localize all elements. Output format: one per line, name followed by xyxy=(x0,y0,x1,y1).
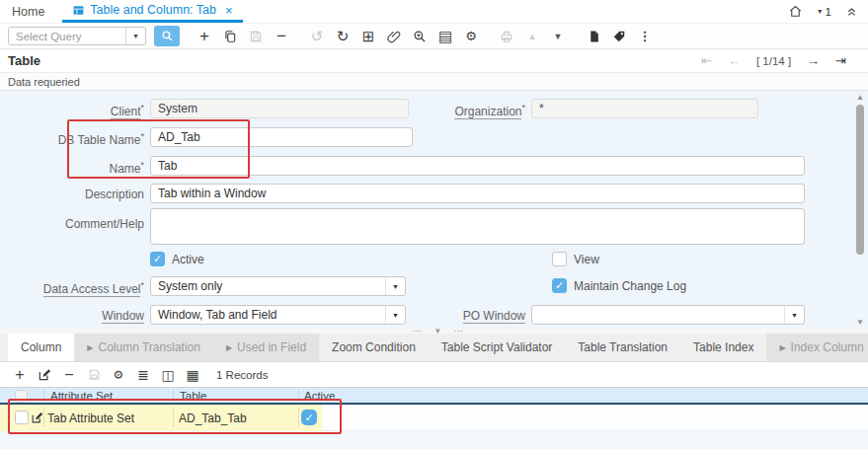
grid-toggle-icon[interactable]: ⊞ xyxy=(357,26,379,47)
tab-table-translation[interactable]: Table Translation xyxy=(565,334,680,361)
record-position: [ 1/14 ] xyxy=(756,55,791,67)
grid-panel-icon[interactable]: ◫ xyxy=(158,365,178,385)
organization-label[interactable]: Organization* xyxy=(387,103,525,118)
new-record-icon[interactable]: + xyxy=(194,26,215,47)
select-query-input[interactable] xyxy=(16,29,126,43)
table-row[interactable]: Tab Attribute Set AD_Tab_Tab ✓ xyxy=(0,405,868,431)
tab-table-index[interactable]: Table Index xyxy=(680,334,766,361)
view-checkbox[interactable]: View xyxy=(552,252,599,266)
tab-zoom-condition[interactable]: Zoom Condition xyxy=(319,334,429,361)
column-header-active[interactable]: Active xyxy=(304,388,335,403)
active-checkbox-label: Active xyxy=(172,253,204,266)
db-table-name-label: DB Table Name* xyxy=(6,131,144,147)
previous-record-icon: ← xyxy=(728,53,741,68)
checkbox-unchecked-icon xyxy=(552,252,567,266)
pencil-square-icon xyxy=(31,412,43,424)
checkbox-checked-icon: ✓ xyxy=(552,278,567,293)
tab-table-script-validator[interactable]: Table Script Validator xyxy=(429,334,566,361)
form-scrollbar[interactable]: ▲ ▼ xyxy=(854,93,866,327)
print-icon xyxy=(496,26,517,47)
maintain-change-log-checkbox[interactable]: ✓ Maintain Change Log xyxy=(552,278,686,293)
select-all-checkbox[interactable] xyxy=(15,390,28,403)
scroll-up-icon[interactable]: ▲ xyxy=(854,93,866,102)
window-label[interactable]: Window xyxy=(6,309,144,323)
tab-used-in-field[interactable]: ▶Used in Field xyxy=(213,334,319,361)
column-header-attribute-set[interactable]: Attribute Set xyxy=(50,388,113,403)
status-message: Data requeried xyxy=(8,76,80,88)
po-window-select[interactable]: ▼ xyxy=(531,305,805,325)
window-select[interactable]: Window, Tab and Field ▼ xyxy=(150,305,406,325)
grid-view-icon[interactable]: ▦ xyxy=(183,365,202,385)
column-header-table[interactable]: Table xyxy=(180,388,207,403)
name-label: Name* xyxy=(6,160,144,176)
refresh-icon[interactable]: ↻ xyxy=(332,26,354,47)
process-gear-icon[interactable]: ⚙ xyxy=(460,26,482,47)
scroll-down-icon[interactable]: ▼ xyxy=(854,318,866,327)
collapse-header-icon[interactable] xyxy=(845,5,858,18)
comment-help-field[interactable] xyxy=(150,208,805,245)
organization-field xyxy=(531,99,758,118)
active-checkbox[interactable]: ✓ Active xyxy=(150,252,204,266)
paperclip-icon xyxy=(387,30,401,43)
copy-record-icon[interactable] xyxy=(219,26,241,47)
change-log-icon[interactable]: ▤ xyxy=(434,26,456,47)
grid-new-icon[interactable]: + xyxy=(10,365,30,385)
scrollbar-thumb[interactable] xyxy=(856,105,864,255)
export-icon[interactable] xyxy=(583,26,604,47)
cell-active-checkbox[interactable]: ✓ xyxy=(301,410,317,425)
grid-process-icon[interactable]: ⚙ xyxy=(109,365,128,385)
grid-edit-icon[interactable] xyxy=(35,365,54,385)
save-icon xyxy=(249,30,263,43)
tab-index-column[interactable]: ▶Index Column xyxy=(766,334,868,361)
view-checkbox-label: View xyxy=(574,253,599,266)
column-divider xyxy=(173,408,174,427)
last-record-icon[interactable]: ⇥ xyxy=(835,53,846,68)
column-divider xyxy=(173,390,174,401)
detail-tabbar: Column ▶Column Translation ▶Used in Fiel… xyxy=(0,334,868,362)
column-divider xyxy=(43,408,44,427)
required-mark: * xyxy=(140,280,144,290)
chevron-down-icon[interactable]: ▼ xyxy=(125,28,145,44)
home-icon[interactable] xyxy=(788,4,803,19)
tab-home[interactable]: Home xyxy=(0,0,62,23)
record-count: 1 Records xyxy=(216,369,268,381)
file-icon xyxy=(588,30,600,43)
tab-table-and-column[interactable]: Table and Column: Tab × xyxy=(62,0,242,23)
tab-label: Table and Column: Tab xyxy=(90,3,216,17)
column-divider xyxy=(298,408,299,427)
open-windows-dropdown[interactable]: ▼ 1 xyxy=(817,6,831,18)
zoom-across-icon[interactable] xyxy=(409,26,431,47)
grid-delete-icon[interactable]: − xyxy=(59,365,79,385)
copy-icon xyxy=(223,30,237,43)
label-icon[interactable] xyxy=(608,26,630,47)
tab-arrow-icon: ▶ xyxy=(226,343,232,352)
tab-column[interactable]: Column xyxy=(8,334,74,361)
delete-record-icon[interactable]: − xyxy=(271,26,292,47)
po-window-label[interactable]: PO Window xyxy=(387,309,525,323)
search-icon xyxy=(161,30,174,42)
name-field[interactable] xyxy=(150,156,805,176)
grid-customize-icon[interactable]: ≣ xyxy=(133,365,153,385)
undo-icon: ↺ xyxy=(306,26,328,47)
maintain-change-log-label: Maintain Change Log xyxy=(574,279,686,293)
tab-arrow-icon: ▶ xyxy=(87,343,93,352)
row-select-checkbox[interactable] xyxy=(15,411,29,424)
detail-grid-toolbar: + − ⚙ ≣ ◫ ▦ 1 Records xyxy=(0,362,868,387)
row-edit-icon[interactable] xyxy=(31,412,43,424)
next-record-icon[interactable]: → xyxy=(807,53,820,68)
description-field[interactable] xyxy=(150,184,805,203)
tab-column-translation[interactable]: ▶Column Translation xyxy=(74,334,213,361)
data-access-level-label[interactable]: Data Access Level* xyxy=(6,280,144,296)
find-record-button[interactable] xyxy=(154,26,180,46)
client-label[interactable]: Client* xyxy=(6,103,144,118)
more-actions-icon[interactable]: ⋮ xyxy=(634,26,656,47)
grid-save-icon xyxy=(84,365,104,385)
cell-attribute-set: Tab Attribute Set xyxy=(47,405,134,431)
detail-record-icon[interactable]: ▼ xyxy=(547,26,569,47)
close-tab-icon[interactable]: × xyxy=(225,3,233,18)
db-table-name-field[interactable] xyxy=(150,127,413,147)
data-access-level-select[interactable]: System only ▼ xyxy=(150,276,406,296)
select-query-combobox[interactable]: ▼ xyxy=(8,27,146,45)
attachment-icon[interactable] xyxy=(383,26,405,47)
table-form: Client* Organization* DB Table Name* Nam… xyxy=(0,90,868,328)
